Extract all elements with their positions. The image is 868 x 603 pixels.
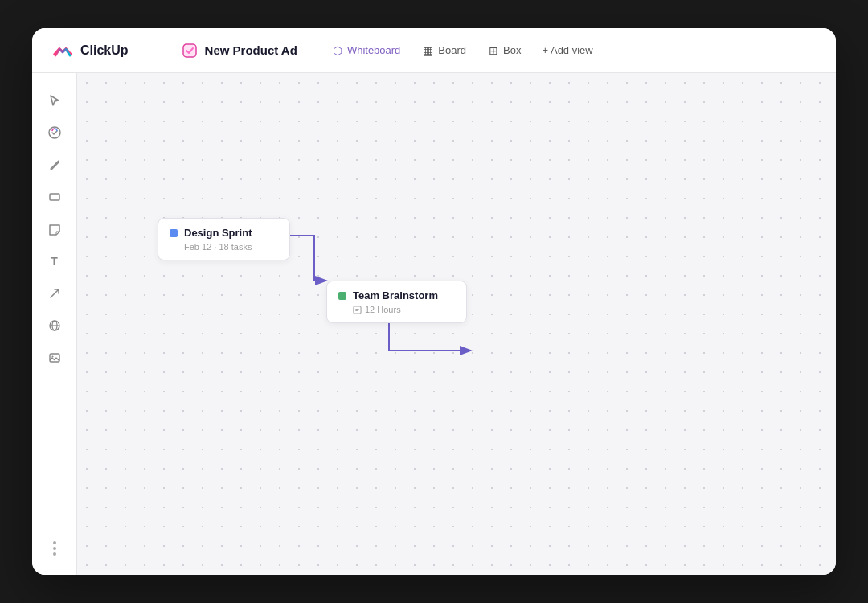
project-icon bbox=[181, 42, 199, 59]
project-title-text: New Product Ad bbox=[205, 43, 297, 57]
card-team-brainstorm-title: Team Brainstorm bbox=[353, 289, 438, 302]
project-title[interactable]: New Product Ad bbox=[181, 42, 297, 59]
nav-tabs: ⬡ Whiteboard ▦ Board ⊞ Box + Add view bbox=[323, 39, 601, 62]
card-team-brainstorm-sub: 12 Hours bbox=[353, 305, 455, 314]
canvas[interactable]: Design Sprint Feb 12 · 18 tasks Team Bra… bbox=[77, 73, 836, 575]
card-team-brainstorm-hours: 12 Hours bbox=[365, 305, 401, 314]
card-team-brainstorm[interactable]: Team Brainstorm 12 Hours bbox=[326, 281, 467, 323]
card-design-sprint-color bbox=[170, 229, 178, 237]
sidebar-item-image[interactable] bbox=[40, 343, 69, 372]
card-design-sprint-title: Design Sprint bbox=[184, 227, 252, 239]
sidebar: T bbox=[32, 73, 77, 575]
svg-rect-3 bbox=[50, 194, 59, 200]
tab-board[interactable]: ▦ Board bbox=[413, 39, 476, 62]
whiteboard-tab-label: Whiteboard bbox=[347, 44, 400, 56]
sidebar-more[interactable] bbox=[47, 535, 63, 562]
clickup-logo-icon bbox=[51, 39, 74, 62]
tab-box[interactable]: ⊞ Box bbox=[479, 39, 530, 62]
connector-1 bbox=[285, 236, 326, 281]
card-team-brainstorm-header: Team Brainstorm bbox=[338, 289, 455, 302]
add-view-label: + Add view bbox=[542, 44, 592, 56]
sidebar-item-arrow[interactable] bbox=[40, 279, 69, 308]
board-tab-label: Board bbox=[438, 44, 466, 56]
sidebar-item-sticky[interactable] bbox=[40, 215, 69, 244]
sidebar-item-cursor[interactable] bbox=[40, 86, 69, 115]
svg-rect-8 bbox=[354, 306, 361, 313]
sidebar-item-rectangle[interactable] bbox=[40, 183, 69, 211]
main-area: T bbox=[32, 73, 836, 575]
box-tab-label: Box bbox=[503, 44, 521, 56]
logo[interactable]: ClickUp bbox=[51, 39, 129, 62]
svg-rect-6 bbox=[50, 354, 59, 362]
svg-point-7 bbox=[51, 356, 53, 358]
sidebar-item-hand[interactable] bbox=[40, 118, 69, 147]
card-design-sprint[interactable]: Design Sprint Feb 12 · 18 tasks bbox=[158, 218, 290, 260]
sidebar-item-globe[interactable] bbox=[40, 311, 69, 340]
header-divider bbox=[158, 43, 158, 59]
sidebar-item-pen[interactable] bbox=[40, 150, 69, 179]
app-container: ClickUp New Product Ad ⬡ Whiteboard ▦ Bo… bbox=[32, 28, 836, 575]
whiteboard-tab-icon: ⬡ bbox=[333, 44, 342, 57]
logo-label: ClickUp bbox=[80, 43, 129, 58]
tab-whiteboard[interactable]: ⬡ Whiteboard bbox=[323, 39, 410, 62]
hours-icon bbox=[353, 306, 362, 314]
card-design-sprint-meta: Feb 12 · 18 tasks bbox=[184, 242, 278, 252]
box-tab-icon: ⊞ bbox=[489, 44, 498, 57]
board-tab-icon: ▦ bbox=[423, 44, 433, 57]
header: ClickUp New Product Ad ⬡ Whiteboard ▦ Bo… bbox=[32, 28, 836, 73]
card-team-brainstorm-color bbox=[338, 292, 346, 300]
add-view-button[interactable]: + Add view bbox=[534, 39, 600, 61]
sidebar-item-text[interactable]: T bbox=[40, 247, 69, 276]
card-design-sprint-header: Design Sprint bbox=[170, 227, 278, 239]
connector-svg bbox=[77, 73, 836, 575]
svg-rect-0 bbox=[183, 44, 196, 57]
